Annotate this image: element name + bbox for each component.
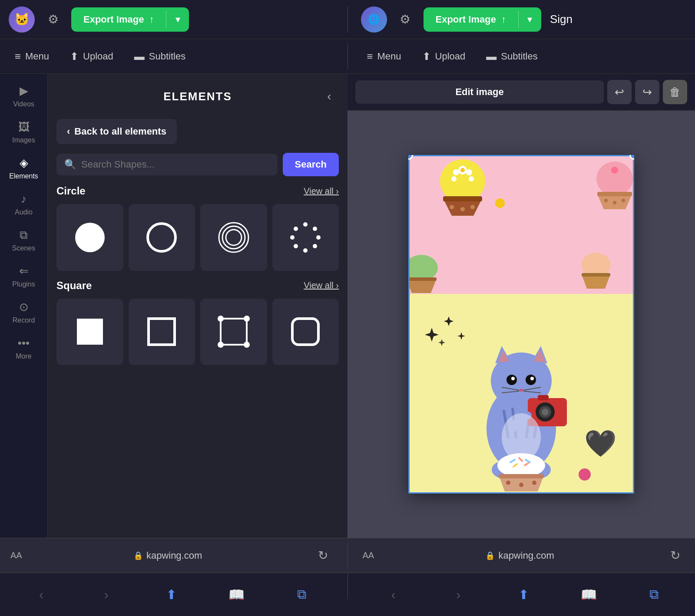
export-dropdown-left[interactable]: ▾ bbox=[166, 7, 189, 32]
menu-label-left: Menu bbox=[25, 51, 49, 62]
shape-outline-circle[interactable] bbox=[129, 204, 195, 271]
sidebar-item-elements[interactable]: ◈ Elements bbox=[0, 150, 47, 186]
gear-button-right[interactable]: ⚙ bbox=[396, 10, 415, 29]
shape-filled-circle[interactable] bbox=[56, 204, 123, 271]
upload-label-left: Upload bbox=[83, 51, 113, 62]
square-section-header: Square View all › bbox=[56, 280, 339, 292]
canvas-top-section bbox=[408, 155, 634, 294]
nav-subtitles-right[interactable]: ▬ Subtitles bbox=[476, 39, 548, 74]
export-button-main-right[interactable]: Export Image ↑ bbox=[424, 14, 518, 25]
circle-view-all[interactable]: View all › bbox=[304, 186, 339, 196]
delete-icon: 🗑 bbox=[669, 86, 681, 99]
square-view-all[interactable]: View all › bbox=[304, 280, 339, 290]
edit-toolbar: Edit image ↩ ↪ 🗑 bbox=[348, 74, 695, 111]
ios-bookmarks-button-right[interactable]: 📖 bbox=[577, 583, 600, 606]
nav-subtitles-left[interactable]: ▬ Subtitles bbox=[124, 39, 196, 74]
export-upload-icon-right: ↑ bbox=[501, 14, 506, 25]
redo-button[interactable]: ↪ bbox=[635, 80, 659, 104]
svg-point-78 bbox=[532, 481, 536, 485]
ios-nav-left: ‹ › ⬆ 📖 ⧉ bbox=[0, 573, 343, 616]
sidebar-label-scenes: Scenes bbox=[12, 244, 35, 252]
circle-section: Circle View all › bbox=[56, 185, 339, 271]
sidebar-item-videos[interactable]: ▶ Videos bbox=[0, 78, 47, 114]
delete-button[interactable]: 🗑 bbox=[663, 80, 687, 104]
nav-menu-left[interactable]: ≡ Menu bbox=[4, 39, 60, 74]
ios-tabs-button-left[interactable]: ⧉ bbox=[290, 583, 314, 606]
pink-dot bbox=[579, 468, 591, 481]
url-bar-right[interactable]: 🔒 kapwing.com bbox=[382, 550, 658, 561]
panel-close-button[interactable]: ‹ bbox=[320, 87, 339, 106]
svg-point-7 bbox=[316, 235, 321, 240]
plugins-icon: ⇐ bbox=[19, 264, 29, 278]
svg-point-10 bbox=[294, 244, 298, 248]
svg-point-2 bbox=[219, 223, 248, 252]
search-bar: 🔍 Search bbox=[56, 153, 339, 176]
shape-dots-circle[interactable] bbox=[272, 204, 339, 271]
browser-bar-left: AA 🔒 kapwing.com ↻ bbox=[0, 546, 343, 565]
ios-tabs-button-right[interactable]: ⧉ bbox=[642, 583, 665, 606]
browser-bar: AA 🔒 kapwing.com ↻ AA 🔒 kapwing.com ↻ bbox=[0, 538, 695, 573]
search-button[interactable]: Search bbox=[283, 153, 339, 176]
reload-button-right[interactable]: ↻ bbox=[665, 546, 685, 565]
nav-menu-right[interactable]: ≡ Menu bbox=[357, 39, 412, 74]
sidebar-item-plugins[interactable]: ⇐ Plugins bbox=[0, 258, 47, 294]
ios-back-button-left[interactable]: ‹ bbox=[30, 583, 53, 606]
back-to-elements-button[interactable]: ‹ Back to all elements bbox=[56, 119, 177, 144]
gear-button-left[interactable]: ⚙ bbox=[43, 10, 63, 29]
nav-upload-right[interactable]: ⬆ Upload bbox=[412, 39, 476, 74]
svg-rect-75 bbox=[499, 474, 544, 478]
images-icon: 🖼 bbox=[18, 120, 30, 134]
cupcake-4 bbox=[576, 248, 617, 290]
shape-filled-square[interactable] bbox=[56, 299, 123, 366]
avatar-right[interactable]: 🌐 bbox=[361, 7, 387, 33]
panel-title: ELEMENTS bbox=[76, 90, 320, 103]
export-upload-icon-left: ↑ bbox=[149, 14, 154, 25]
svg-point-29 bbox=[450, 205, 454, 209]
edit-image-button[interactable]: Edit image bbox=[355, 80, 604, 104]
reload-button-left[interactable]: ↻ bbox=[314, 546, 333, 565]
shape-double-circle[interactable] bbox=[200, 204, 267, 271]
sign-in-text[interactable]: Sign bbox=[550, 13, 573, 26]
export-button-group-right[interactable]: Export Image ↑ ▾ bbox=[424, 7, 541, 32]
svg-point-52 bbox=[506, 375, 517, 385]
svg-point-8 bbox=[313, 244, 317, 248]
export-button-group-left[interactable]: Export Image ↑ ▾ bbox=[71, 7, 189, 32]
browser-bar-divider bbox=[348, 543, 348, 569]
avatar-left[interactable]: 🐱 bbox=[9, 7, 35, 33]
back-label: Back to all elements bbox=[74, 126, 166, 137]
sidebar-item-record[interactable]: ⊙ Record bbox=[0, 294, 47, 330]
font-size-label-left[interactable]: AA bbox=[10, 550, 22, 560]
redo-icon: ↪ bbox=[642, 86, 652, 99]
search-input[interactable] bbox=[81, 159, 270, 170]
ios-forward-button-right[interactable]: › bbox=[447, 583, 470, 606]
export-button-main-left[interactable]: Export Image ↑ bbox=[71, 14, 166, 25]
shape-outline-square[interactable] bbox=[129, 299, 195, 366]
nav-upload-left[interactable]: ⬆ Upload bbox=[60, 39, 124, 74]
undo-button[interactable]: ↩ bbox=[607, 80, 632, 104]
subtitles-label-left: Subtitles bbox=[149, 51, 185, 62]
svg-rect-65 bbox=[538, 395, 549, 400]
svg-point-5 bbox=[303, 222, 308, 227]
menu-icon-right: ≡ bbox=[367, 50, 373, 63]
export-dropdown-right[interactable]: ▾ bbox=[519, 7, 541, 32]
cupcake-3 bbox=[408, 250, 443, 294]
sidebar-label-audio: Audio bbox=[15, 208, 33, 216]
sidebar-item-audio[interactable]: ♪ Audio bbox=[0, 186, 47, 222]
url-bar-left[interactable]: 🔒 kapwing.com bbox=[30, 550, 306, 561]
ios-forward-button-left[interactable]: › bbox=[95, 583, 118, 606]
record-icon: ⊙ bbox=[19, 300, 29, 314]
shape-rounded-square[interactable] bbox=[272, 299, 339, 366]
svg-point-30 bbox=[460, 207, 465, 211]
font-size-label-right[interactable]: AA bbox=[363, 550, 374, 560]
svg-point-17 bbox=[244, 316, 250, 322]
ios-back-button-right[interactable]: ‹ bbox=[381, 583, 405, 606]
ios-bookmarks-button-left[interactable]: 📖 bbox=[225, 583, 248, 606]
ios-share-button-right[interactable]: ⬆ bbox=[512, 583, 535, 606]
sidebar-item-more[interactable]: ••• More bbox=[0, 330, 47, 366]
url-text-right: kapwing.com bbox=[498, 550, 554, 561]
sidebar-item-scenes[interactable]: ⧉ Scenes bbox=[0, 222, 47, 258]
cupcake-2 bbox=[591, 155, 634, 211]
shape-corner-square[interactable] bbox=[200, 299, 267, 366]
ios-share-button-left[interactable]: ⬆ bbox=[160, 583, 183, 606]
sidebar-item-images[interactable]: 🖼 Images bbox=[0, 114, 47, 150]
